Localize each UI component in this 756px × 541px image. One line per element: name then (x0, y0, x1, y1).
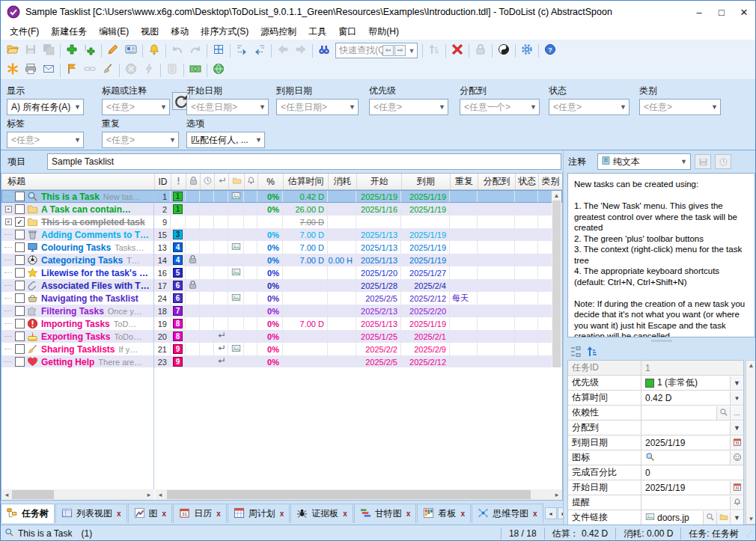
task-checkbox[interactable]: ✓ (15, 217, 25, 227)
column-header-pct[interactable]: % (258, 174, 284, 189)
close-tab-icon[interactable]: x (343, 510, 347, 518)
column-header-lock[interactable] (186, 174, 201, 189)
close-tab-icon[interactable]: x (162, 510, 167, 518)
comments-text[interactable]: New tasks can be created using: 1. The '… (567, 173, 755, 337)
flag-task-button[interactable] (63, 61, 81, 79)
column-header-est[interactable]: 估算时间 (284, 174, 329, 189)
delete-task-button[interactable] (448, 42, 466, 59)
new-subtask-button[interactable] (81, 42, 99, 59)
task-checkbox[interactable] (15, 268, 25, 278)
filter-combo[interactable]: 匹配任何人, ...▼ (186, 132, 265, 148)
quick-find-input[interactable]: 快速查找(Q) (339, 44, 382, 57)
menu-新建任务[interactable]: 新建任务 (45, 23, 93, 40)
find-tasks-button[interactable] (315, 42, 333, 59)
task-checkbox[interactable] (15, 306, 25, 316)
task-checkbox[interactable] (15, 230, 25, 239)
tab-日历[interactable]: 31日历x (173, 504, 227, 523)
task-checkbox[interactable] (15, 357, 25, 367)
outdent-task-button[interactable] (251, 42, 269, 59)
task-row[interactable]: Associated Files with T…1760%2025/1/2820… (1, 279, 562, 292)
attribute-chevron-button[interactable]: ▼ (730, 421, 743, 435)
attribute-calendar-button[interactable]: 31 (730, 481, 743, 495)
scroll-up-icon[interactable]: ▲ (746, 361, 756, 370)
email-button[interactable] (40, 61, 58, 79)
attribute-value[interactable]: 0.42 D▾ (641, 391, 743, 405)
spoon-home-button[interactable] (4, 61, 22, 79)
task-row[interactable]: Colouring TasksTasks…1340%7.00 D2025/1/1… (1, 241, 562, 254)
style-button[interactable] (495, 42, 513, 59)
menu-文件(F)[interactable]: 文件(F) (4, 23, 45, 40)
attribute-chevron-button[interactable]: ▼ (730, 511, 743, 525)
attribute-dots-button[interactable]: … (730, 406, 743, 420)
task-row[interactable]: +A Task can contain…210%26.00 D2025/1/16… (1, 203, 562, 216)
attributes-scrollbar[interactable]: ▲ ▼ (746, 360, 756, 525)
tab-思维导图[interactable]: 思维导图x (472, 504, 543, 523)
column-header-id[interactable]: ID (155, 174, 171, 189)
attribute-magnifier-small-button[interactable] (703, 511, 716, 525)
find-next-icon[interactable]: ⇨ (394, 45, 406, 56)
web-button[interactable] (210, 61, 228, 79)
task-checkbox[interactable] (15, 192, 25, 201)
task-checkbox[interactable] (15, 281, 25, 290)
tab-周计划[interactable]: 周计划x (228, 504, 290, 523)
task-row[interactable]: Getting HelpThere are…2390%2025/2/52025/… (1, 355, 562, 368)
group-attributes-button[interactable] (567, 344, 584, 359)
prev-task-button[interactable] (274, 42, 292, 59)
attribute-value[interactable]: doors.jp▼ (641, 510, 743, 525)
save-button[interactable] (22, 42, 40, 59)
project-input[interactable]: Sample Tasklist (47, 153, 561, 170)
close-tab-icon[interactable]: x (460, 510, 465, 518)
comments-history-button[interactable] (715, 154, 731, 169)
expand-icon[interactable]: + (5, 218, 12, 225)
column-header-title[interactable]: 标题 (1, 174, 155, 189)
attribute-value[interactable] (641, 450, 743, 465)
column-header-rep[interactable]: 重复 (451, 174, 478, 189)
task-row[interactable]: Categorizing TasksT…1440%7.00 D0.00 H202… (1, 254, 562, 266)
chevron-down-icon[interactable]: ▼ (406, 47, 417, 55)
tab-scroll-right-icon[interactable]: ▸ (558, 507, 564, 519)
column-header-bell[interactable] (245, 174, 258, 189)
scroll-left-icon[interactable]: ◂ (155, 491, 165, 498)
task-checkbox[interactable] (15, 319, 25, 328)
close-button[interactable]: ✕ (733, 1, 755, 23)
column-header-assign[interactable]: 分配到 (478, 174, 516, 189)
tab-证据板[interactable]: 证据板x (290, 504, 353, 523)
columns-hscrollbar[interactable]: ◂ ▸ (155, 489, 562, 500)
resize-grip[interactable]: ⋰ (746, 530, 755, 537)
column-header-status[interactable]: 状态 (516, 174, 539, 189)
column-header-spent[interactable]: 消耗 (329, 174, 357, 189)
attribute-chevron-button[interactable]: ▼ (730, 376, 743, 390)
filter-combo[interactable]: <任意日期>▼ (186, 99, 269, 115)
minimize-button[interactable]: – (688, 1, 710, 23)
tab-列表视图[interactable]: 列表视图x (55, 504, 127, 523)
set-task-icon-button[interactable] (122, 42, 140, 59)
menu-帮助(H)[interactable]: 帮助(H) (362, 23, 405, 40)
task-checkbox[interactable] (15, 255, 25, 265)
column-header-start[interactable]: 开始 (357, 174, 402, 189)
task-row[interactable]: Likewise for the task's …1650%2025/1/202… (1, 266, 562, 279)
find-prev-icon[interactable]: ⇦ (382, 45, 394, 56)
attribute-value[interactable]: 0 (641, 465, 743, 480)
close-tab-icon[interactable]: x (117, 510, 121, 518)
next-task-button[interactable] (292, 42, 310, 59)
attribute-spin-button[interactable]: ▾ (730, 391, 743, 405)
new-task-button[interactable] (63, 42, 81, 59)
open-tasklist-button[interactable] (4, 42, 22, 59)
scroll-right-icon[interactable]: ▸ (144, 491, 154, 498)
lock-tasklist-button[interactable] (472, 42, 490, 59)
reminder-button[interactable] (145, 42, 163, 59)
maximize-button[interactable]: □ (710, 1, 733, 23)
attribute-folder-small-button[interactable] (716, 511, 730, 525)
attribute-value[interactable]: 1 (641, 361, 743, 375)
indent-task-button[interactable] (233, 42, 251, 59)
close-tab-icon[interactable]: x (406, 510, 411, 518)
menu-移动[interactable]: 移动 (165, 23, 195, 40)
task-checkbox[interactable] (15, 204, 25, 214)
column-header-recur[interactable] (215, 174, 229, 189)
task-checkbox[interactable] (15, 293, 25, 303)
donate-button[interactable] (186, 61, 204, 79)
edit-task-button[interactable] (104, 42, 122, 59)
scroll-down-icon[interactable]: ▼ (746, 514, 756, 524)
filter-combo[interactable]: <任意>▼ (639, 99, 721, 115)
tab-scroll-left-icon[interactable]: ◂ (545, 507, 557, 519)
